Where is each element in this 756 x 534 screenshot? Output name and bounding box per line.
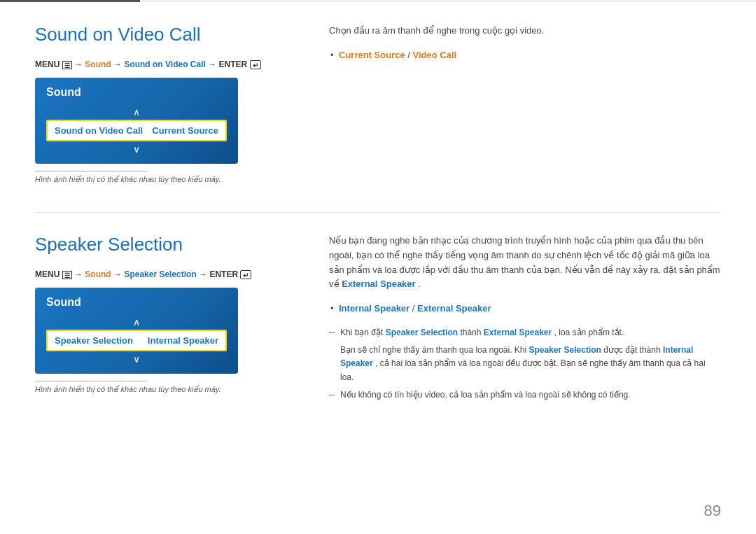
section2-menu-item: Speaker Selection Internal Speaker [46, 330, 227, 351]
section2-title: Speaker Selection [35, 234, 287, 255]
menu-icon-1: ☰ [62, 61, 72, 69]
section2-menu-path: MENU ☰ → Sound → Speaker Selection → ENT… [35, 268, 287, 281]
menu-enter-label-2: ENTER [209, 269, 238, 279]
section2-note-1: Khi bạn đặt Speaker Selection thành Exte… [329, 326, 721, 339]
internal-speaker-link: Internal Speaker [339, 303, 410, 314]
section2-caption-line [35, 381, 147, 381]
section1-caption: Hình ảnh hiển thị có thể khác nhau tùy t… [35, 175, 287, 184]
section1-item-value: Current Source [152, 125, 218, 136]
menu-sound-link: Sound [85, 59, 111, 69]
menu-prefix: MENU [35, 59, 62, 69]
video-call-link: Video Call [413, 50, 457, 60]
menu-speaker-selection-link: Speaker Selection [124, 269, 196, 279]
section-speaker-selection: Speaker Selection MENU ☰ → Sound → Speak… [35, 234, 721, 406]
section1-right: Chọn đầu ra âm thanh để nghe trong cuộc … [329, 24, 721, 184]
section2-item-label: Speaker Selection [55, 335, 133, 346]
menu-sound-video-call-link: Sound on Video Call [124, 59, 205, 69]
section2-right-desc: Nếu bạn đang nghe bản nhạc của chương tr… [329, 234, 721, 292]
section2-arrow-up: ∧ [46, 317, 227, 327]
section1-title: Sound on Video Call [35, 24, 287, 45]
section2-box-title: Sound [46, 296, 227, 311]
enter-icon-2: ↵ [240, 270, 251, 279]
section2-bullet-1: Internal Speaker / External Speaker [329, 302, 721, 316]
speaker-selection-bold-1: Speaker Selection [386, 328, 458, 337]
enter-icon-1: ↵ [250, 60, 261, 69]
section1-item-label: Sound on Video Call [55, 125, 143, 136]
section1-tv-menu-box: Sound ∧ Sound on Video Call Current Sour… [35, 78, 238, 164]
section2-item-value: Internal Speaker [148, 335, 218, 346]
section1-menu-path: MENU ☰ → Sound → Sound on Video Call → E… [35, 58, 287, 71]
menu-prefix-2: MENU [35, 269, 62, 279]
page-number: 89 [704, 502, 721, 520]
menu-enter-label: ENTER [219, 59, 248, 69]
section1-menu-item: Sound on Video Call Current Source [46, 120, 227, 141]
section2-caption: Hình ảnh hiển thị có thể khác nhau tùy t… [35, 385, 287, 394]
section1-right-desc: Chọn đầu ra âm thanh để nghe trong cuộc … [329, 24, 721, 38]
section2-right: Nếu bạn đang nghe bản nhạc của chương tr… [329, 234, 721, 406]
section2-note-3: Nếu không có tín hiệu video, cả loa sản … [329, 388, 721, 402]
section1-bullet-1: Current Source / Video Call [329, 48, 721, 63]
section2-bullet-list: Internal Speaker / External Speaker [329, 302, 721, 316]
section2-tv-menu-box: Sound ∧ Speaker Selection Internal Speak… [35, 288, 238, 374]
external-speaker-ref: External Speaker [342, 279, 416, 289]
section1-arrow-down: ∨ [46, 144, 227, 154]
section2-arrow-down: ∨ [46, 354, 227, 364]
section1-arrow-up: ∧ [46, 107, 227, 117]
external-speaker-bold-1: External Speaker [484, 328, 552, 337]
section-divider [35, 212, 721, 213]
menu-sound-link-2: Sound [85, 269, 111, 279]
section1-bullet-list: Current Source / Video Call [329, 48, 721, 63]
section1-caption-line [35, 171, 147, 171]
speaker-selection-bold-2: Speaker Selection [529, 345, 601, 355]
current-source-link: Current Source [339, 50, 405, 60]
section2-note-2: Bạn sẽ chỉ nghe thấy âm thanh qua loa ng… [329, 344, 721, 384]
external-speaker-link: External Speaker [417, 303, 491, 314]
section1-left: Sound on Video Call MENU ☰ → Sound → Sou… [35, 24, 287, 184]
section1-box-title: Sound [46, 86, 227, 101]
menu-icon-2: ☰ [62, 271, 72, 279]
section-sound-on-video-call: Sound on Video Call MENU ☰ → Sound → Sou… [35, 24, 721, 184]
section2-left: Speaker Selection MENU ☰ → Sound → Speak… [35, 234, 287, 406]
